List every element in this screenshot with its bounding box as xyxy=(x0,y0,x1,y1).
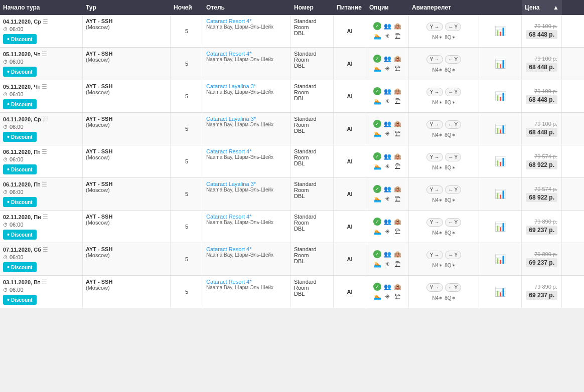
discount-badge[interactable]: Discount xyxy=(3,67,37,77)
discount-badge[interactable]: Discount xyxy=(3,230,37,240)
hotel-location: Naama Bay, Шарм-Эль-Шейх xyxy=(206,285,273,290)
flight-return-btn[interactable]: ← Y xyxy=(445,153,462,161)
hotel-link[interactable]: Cataract Resort 4* xyxy=(206,214,251,220)
flight-depart-btn[interactable]: Y → xyxy=(426,185,443,194)
list-icon[interactable]: ☰ xyxy=(43,18,48,25)
hotel-link[interactable]: Cataract Resort 4* xyxy=(206,279,251,285)
flight-depart-btn[interactable]: Y → xyxy=(426,120,443,129)
list-icon[interactable]: ☰ xyxy=(43,214,48,221)
discount-badge[interactable]: Discount xyxy=(3,197,37,207)
flight-return-btn[interactable]: ← Y xyxy=(445,88,462,96)
flight-depart-btn[interactable]: Y → xyxy=(426,218,443,227)
flight-return-btn[interactable]: ← Y xyxy=(445,251,462,259)
chart-cell[interactable]: 📊 xyxy=(479,145,522,177)
green-check-icon: ✓ xyxy=(373,218,381,226)
flight-depart-btn[interactable]: Y → xyxy=(426,153,443,161)
price-new-button[interactable]: 68 922 р. xyxy=(526,193,557,202)
option-star-icon: ✳ xyxy=(383,129,392,138)
list-icon[interactable]: ☰ xyxy=(42,279,47,286)
room-type: Standard xyxy=(294,279,317,285)
flight-return-btn[interactable]: ← Y xyxy=(445,185,462,194)
discount-badge[interactable]: Discount xyxy=(3,99,37,109)
nights-cell: 5 xyxy=(171,243,203,275)
price-new-button[interactable]: 68 448 р. xyxy=(526,30,557,39)
header-price[interactable]: Цена ▲ xyxy=(522,0,562,15)
chart-icon[interactable]: 📊 xyxy=(495,254,506,265)
discount-badge[interactable]: Discount xyxy=(3,164,37,174)
list-icon[interactable]: ☰ xyxy=(42,51,47,58)
chart-cell[interactable]: 📊 xyxy=(479,15,522,47)
flight-class-ret: Y xyxy=(455,122,458,127)
flight-return-btn[interactable]: ← Y xyxy=(445,55,462,64)
flight-return-btn[interactable]: ← Y xyxy=(445,23,462,31)
option-umbrella-icon: ⛱ xyxy=(393,64,402,73)
hotel-link[interactable]: Cataract Resort 4* xyxy=(206,51,251,57)
price-new-button[interactable]: 68 448 р. xyxy=(526,95,557,104)
date-text: 04.11.2020, Ср xyxy=(3,19,41,25)
flight-cell: Y → ← Y N4✶ 8Q✶ xyxy=(409,48,479,80)
discount-badge[interactable]: Discount xyxy=(3,132,37,142)
discount-badge[interactable]: Discount xyxy=(3,295,37,305)
flight-return-btn[interactable]: ← Y xyxy=(445,218,462,227)
price-new-button[interactable]: 68 448 р. xyxy=(526,128,557,137)
flight-return-btn[interactable]: ← Y xyxy=(445,120,462,129)
hotel-link[interactable]: Cataract Layalina 3* xyxy=(206,116,256,122)
chart-cell[interactable]: 📊 xyxy=(479,211,522,243)
chart-icon[interactable]: 📊 xyxy=(495,58,506,69)
flight-depart-btn[interactable]: Y → xyxy=(426,251,443,259)
flight-code2: 8Q✶ xyxy=(445,230,455,236)
chart-icon[interactable]: 📊 xyxy=(495,156,506,167)
chart-cell[interactable]: 📊 xyxy=(479,113,522,145)
flight-depart-btn[interactable]: Y → xyxy=(426,23,443,31)
chart-icon[interactable]: 📊 xyxy=(495,123,506,134)
time-text: 06:00 xyxy=(10,222,24,228)
hotel-link[interactable]: Cataract Resort 4* xyxy=(206,246,251,252)
price-new-button[interactable]: 69 237 р. xyxy=(526,258,557,267)
nutrition-value: AI xyxy=(347,191,353,197)
option-star-icon: ✳ xyxy=(383,97,392,106)
arrow-right-icon: → xyxy=(434,122,440,127)
chart-cell[interactable]: 📊 xyxy=(479,243,522,275)
list-icon[interactable]: ☰ xyxy=(42,181,47,188)
chart-cell[interactable]: 📊 xyxy=(479,80,522,112)
flight-class-ret: Y xyxy=(455,89,458,95)
price-new-button[interactable]: 68 922 р. xyxy=(526,160,557,169)
room-sub: Room xyxy=(294,252,309,258)
chart-cell[interactable]: 📊 xyxy=(479,48,522,80)
chart-icon[interactable]: 📊 xyxy=(495,188,506,200)
price-new-button[interactable]: 69 237 р. xyxy=(526,291,557,300)
discount-badge[interactable]: Discount xyxy=(3,262,37,272)
price-new-button[interactable]: 69 237 р. xyxy=(526,226,557,235)
tour-route: AYT - SSH xyxy=(86,214,112,220)
hotel-link[interactable]: Cataract Layalina 3* xyxy=(206,83,256,89)
tour-cell: AYT - SSH (Moscow) xyxy=(83,48,171,80)
table-row: 07.11.2020, Сб ☰ ⏱ 06:00 Discount AYT - … xyxy=(0,243,584,276)
option-building-icon: 🏨 xyxy=(393,22,402,31)
list-icon[interactable]: ☰ xyxy=(43,246,48,253)
chart-cell[interactable]: 📊 xyxy=(479,276,522,308)
flight-depart-btn[interactable]: Y → xyxy=(426,88,443,96)
discount-badge[interactable]: Discount xyxy=(3,34,37,44)
flight-code2: 8Q✶ xyxy=(445,198,455,203)
flight-class-ret: Y xyxy=(455,57,458,62)
list-icon[interactable]: ☰ xyxy=(42,148,47,155)
flight-depart-btn[interactable]: Y → xyxy=(426,55,443,64)
chart-icon[interactable]: 📊 xyxy=(495,221,506,232)
price-new-button[interactable]: 68 448 р. xyxy=(526,63,557,72)
hotel-link[interactable]: Cataract Layalina 3* xyxy=(206,181,256,187)
list-icon[interactable]: ☰ xyxy=(42,83,47,90)
hotel-link[interactable]: Cataract Resort 4* xyxy=(206,148,251,154)
tour-cell: AYT - SSH (Moscow) xyxy=(83,243,171,275)
chart-icon[interactable]: 📊 xyxy=(495,26,506,37)
chart-icon[interactable]: 📊 xyxy=(495,286,506,297)
chart-icon[interactable]: 📊 xyxy=(495,91,506,102)
option-building-icon: 🏨 xyxy=(393,184,402,193)
flight-depart-btn[interactable]: Y → xyxy=(426,283,443,292)
room-cell: Standard Room DBL xyxy=(291,80,334,112)
hotel-link[interactable]: Cataract Resort 4* xyxy=(206,18,251,24)
flight-return-btn[interactable]: ← Y xyxy=(445,283,462,292)
date-text: 06.11.2020, Пт xyxy=(3,149,40,155)
chart-cell[interactable]: 📊 xyxy=(479,178,522,210)
option-swim-icon: 🏊 xyxy=(373,194,382,204)
list-icon[interactable]: ☰ xyxy=(43,116,48,123)
